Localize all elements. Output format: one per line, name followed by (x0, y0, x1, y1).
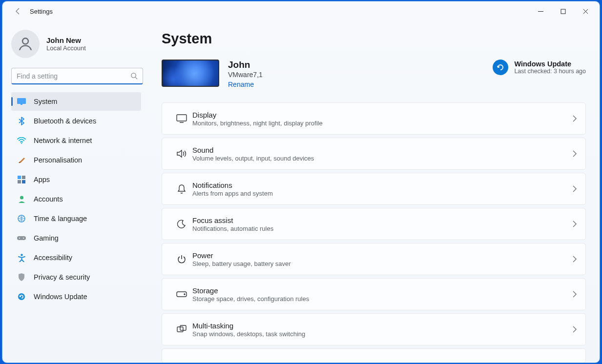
sidebar-item-bluetooth[interactable]: Bluetooth & devices (11, 112, 141, 130)
chevron-right-icon (572, 291, 577, 298)
sidebar-item-network[interactable]: Network & internet (11, 131, 141, 150)
multitasking-icon (171, 325, 192, 334)
nav: System Bluetooth & devices Network & int… (2, 91, 154, 306)
search-box[interactable] (11, 68, 143, 84)
card-subtitle: Storage space, drives, configuration rul… (192, 295, 572, 303)
card-subtitle: Monitors, brightness, night light, displ… (192, 120, 572, 127)
svg-point-1 (22, 38, 28, 44)
settings-card-storage[interactable]: Storage Storage space, drives, configura… (162, 278, 586, 310)
apps-icon (17, 176, 26, 183)
settings-card-multitasking[interactable]: Multi-tasking Snap windows, desktops, ta… (162, 313, 586, 345)
profile-name: John New (46, 36, 86, 44)
settings-card-cutoff[interactable] (162, 348, 586, 363)
titlebar: Settings (2, 1, 600, 21)
settings-card-power[interactable]: Power Sleep, battery usage, battery save… (162, 243, 586, 275)
globe-clock-icon (17, 215, 26, 222)
card-title: Sound (192, 146, 572, 154)
settings-card-notifications[interactable]: Notifications Alerts from apps and syste… (162, 173, 586, 205)
svg-rect-4 (21, 104, 22, 105)
chevron-right-icon (572, 150, 577, 157)
avatar-icon (11, 30, 40, 58)
sidebar-item-gaming[interactable]: Gaming (11, 229, 141, 247)
content: System John VMware7,1 Rename Windows Upd… (154, 21, 600, 363)
sidebar-item-accessibility[interactable]: Accessibility (11, 248, 141, 267)
settings-card-display[interactable]: Display Monitors, brightness, night ligh… (162, 102, 586, 135)
paintbrush-icon (17, 156, 26, 164)
chevron-right-icon (572, 185, 577, 192)
accessibility-icon (17, 254, 26, 262)
sidebar-item-label: System (34, 98, 57, 105)
sidebar-item-personalisation[interactable]: Personalisation (11, 151, 141, 169)
sidebar-item-label: Apps (34, 176, 50, 183)
sidebar-item-accounts[interactable]: Accounts (11, 190, 141, 208)
card-title: Storage (192, 286, 572, 295)
rename-link[interactable]: Rename (228, 81, 254, 88)
svg-rect-7 (22, 176, 25, 179)
sidebar: John New Local Account (2, 21, 154, 363)
shield-icon (17, 273, 26, 281)
sidebar-item-label: Gaming (34, 234, 59, 242)
update-icon (17, 293, 26, 301)
chevron-right-icon (572, 221, 577, 227)
card-subtitle: Notifications, automatic rules (192, 225, 572, 232)
svg-rect-3 (17, 98, 26, 104)
device-model: VMware7,1 (228, 71, 263, 79)
search-icon (130, 72, 138, 80)
sidebar-item-windows-update[interactable]: Windows Update (11, 287, 141, 306)
card-title: Focus assist (192, 216, 572, 224)
card-title: Notifications (192, 181, 572, 189)
windows-update-title: Windows Update (514, 60, 586, 68)
page-title: System (162, 31, 586, 47)
bluetooth-icon (17, 117, 26, 125)
svg-point-14 (23, 238, 24, 239)
desktop-thumbnail[interactable] (162, 60, 219, 87)
update-icon (493, 60, 508, 75)
sidebar-item-label: Time & language (34, 215, 87, 222)
card-subtitle: Alerts from apps and system (192, 190, 572, 197)
display-icon (171, 114, 192, 123)
device-name: John (228, 60, 263, 70)
search-input[interactable] (12, 68, 143, 83)
sidebar-item-label: Network & internet (34, 137, 92, 144)
sidebar-item-label: Bluetooth & devices (34, 117, 96, 125)
back-button[interactable] (10, 3, 26, 19)
settings-card-sound[interactable]: Sound Volume levels, output, input, soun… (162, 138, 586, 170)
card-title: Display (192, 111, 572, 119)
windows-update-status: Last checked: 3 hours ago (514, 68, 586, 75)
wifi-icon (17, 137, 26, 144)
svg-rect-0 (561, 9, 565, 14)
chevron-right-icon (572, 256, 577, 263)
svg-point-16 (18, 293, 25, 300)
power-icon (171, 255, 192, 263)
svg-point-19 (184, 294, 185, 295)
sidebar-item-label: Privacy & security (34, 273, 90, 281)
chevron-right-icon (572, 326, 577, 333)
chevron-right-icon (572, 115, 577, 122)
gamepad-icon (17, 235, 26, 241)
sidebar-item-label: Personalisation (34, 156, 82, 164)
svg-rect-9 (22, 180, 25, 183)
sidebar-item-label: Accounts (34, 195, 63, 203)
svg-point-15 (21, 254, 22, 256)
system-icon (17, 98, 26, 105)
svg-rect-12 (17, 236, 26, 240)
minimize-button[interactable] (529, 3, 552, 19)
svg-point-10 (20, 196, 23, 199)
profile-block[interactable]: John New Local Account (2, 23, 154, 68)
svg-rect-6 (18, 176, 21, 179)
sidebar-item-time-language[interactable]: Time & language (11, 209, 141, 228)
card-subtitle: Sleep, battery usage, battery saver (192, 260, 572, 267)
sidebar-item-privacy[interactable]: Privacy & security (11, 268, 141, 286)
window-title: Settings (30, 8, 53, 15)
storage-icon (171, 291, 192, 297)
device-row: John VMware7,1 Rename Windows Update Las… (162, 60, 586, 89)
sidebar-item-label: Windows Update (34, 293, 87, 301)
card-subtitle: Snap windows, desktops, task switching (192, 330, 572, 338)
maximize-button[interactable] (552, 3, 574, 19)
settings-card-focus-assist[interactable]: Focus assist Notifications, automatic ru… (162, 208, 586, 240)
sidebar-item-system[interactable]: System (11, 92, 141, 111)
settings-window: Settings John New Local (2, 1, 600, 363)
windows-update-shortcut[interactable]: Windows Update Last checked: 3 hours ago (493, 60, 586, 75)
sidebar-item-apps[interactable]: Apps (11, 170, 141, 189)
close-button[interactable] (574, 3, 597, 19)
